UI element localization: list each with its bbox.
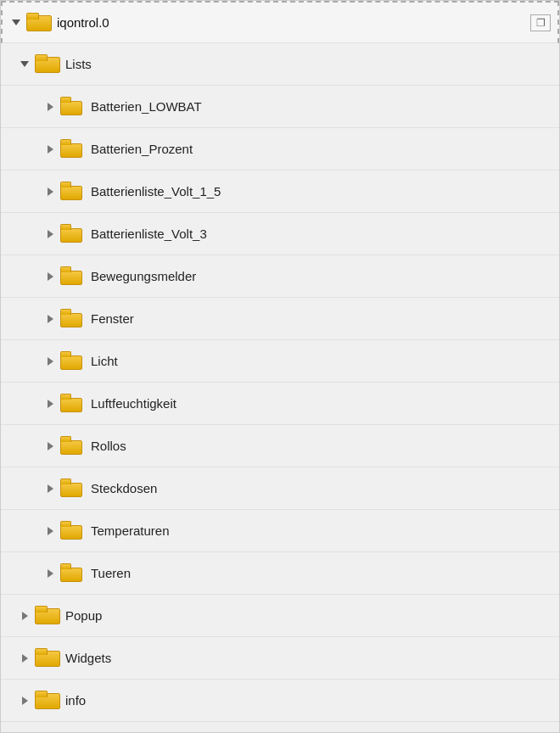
root-folder-icon bbox=[26, 13, 50, 33]
widgets-arrow-icon bbox=[22, 654, 28, 663]
tree-row-luftfeuchtigkeit[interactable]: Luftfeuchtigkeit bbox=[1, 383, 559, 425]
tree-row-licht[interactable]: Licht bbox=[1, 340, 559, 383]
tree-row-temperaturen[interactable]: Temperaturen bbox=[1, 510, 559, 552]
batterien-lowbat-arrow-icon bbox=[48, 103, 53, 111]
batterienliste-volt-3-folder-shape bbox=[60, 224, 84, 243]
rollos-arrow-icon bbox=[48, 442, 53, 450]
luftfeuchtigkeit-folder-shape bbox=[60, 394, 84, 412]
info-expand-btn[interactable] bbox=[18, 694, 31, 708]
popup-expand-btn[interactable] bbox=[18, 609, 31, 623]
luftfeuchtigkeit-arrow-icon bbox=[48, 400, 53, 408]
tueren-label: Tueren bbox=[91, 566, 131, 580]
widgets-label: Widgets bbox=[65, 651, 111, 665]
lists-expand-btn[interactable] bbox=[18, 58, 31, 71]
luftfeuchtigkeit-folder-icon bbox=[60, 394, 84, 414]
steckdosen-folder-icon bbox=[60, 478, 84, 499]
root-folder-shape bbox=[26, 13, 50, 31]
tree-row-bewegungsmelder[interactable]: Bewegungsmelder bbox=[1, 255, 559, 298]
popup-arrow-icon bbox=[22, 612, 28, 620]
batterien-lowbat-folder-icon bbox=[60, 97, 84, 117]
bewegungsmelder-expand-btn[interactable] bbox=[43, 270, 57, 283]
fenster-label: Fenster bbox=[91, 311, 134, 326]
temperaturen-folder-icon bbox=[60, 521, 84, 541]
batterienliste-volt-1-5-folder-shape bbox=[60, 182, 84, 200]
batterienliste-volt-3-label: Batterienliste_Volt_3 bbox=[91, 227, 207, 241]
bewegungsmelder-folder-icon bbox=[60, 266, 84, 287]
tree-row-info[interactable]: info bbox=[1, 680, 559, 722]
steckdosen-arrow-icon bbox=[48, 484, 53, 493]
root-expand-btn[interactable] bbox=[9, 16, 23, 30]
tree-row-lists[interactable]: Lists bbox=[1, 43, 559, 86]
licht-folder-shape bbox=[60, 351, 84, 370]
batterien-prozent-expand-btn[interactable] bbox=[43, 143, 57, 156]
tree-row-rollos[interactable]: Rollos bbox=[1, 425, 559, 467]
tree-row-popup[interactable]: Popup bbox=[1, 595, 559, 637]
tueren-folder-shape bbox=[60, 563, 84, 582]
rollos-folder-shape bbox=[60, 436, 84, 455]
batterien-lowbat-label: Batterien_LOWBAT bbox=[91, 99, 202, 114]
licht-label: Licht bbox=[91, 354, 118, 368]
rollos-expand-btn[interactable] bbox=[43, 439, 57, 453]
root-label: iqontrol.0 bbox=[57, 15, 109, 30]
fenster-folder-shape bbox=[60, 309, 84, 327]
tree-row-batterienliste-volt-3[interactable]: Batterienliste_Volt_3 bbox=[1, 213, 559, 255]
batterien-prozent-arrow-icon bbox=[48, 145, 53, 154]
batterienliste-volt-1-5-folder-icon bbox=[60, 182, 84, 202]
tree-row-batterienliste-volt-1-5[interactable]: Batterienliste_Volt_1_5 bbox=[1, 171, 559, 213]
root-arrow-down-icon bbox=[12, 20, 20, 25]
batterien-prozent-label: Batterien_Prozent bbox=[91, 142, 193, 156]
batterien-lowbat-expand-btn[interactable] bbox=[43, 100, 57, 114]
temperaturen-arrow-icon bbox=[48, 527, 53, 535]
bewegungsmelder-folder-shape bbox=[60, 266, 84, 285]
tree-row-steckdosen[interactable]: Steckdosen bbox=[1, 467, 559, 510]
steckdosen-folder-shape bbox=[60, 478, 84, 497]
tueren-arrow-icon bbox=[48, 569, 53, 578]
lists-arrow-down-icon bbox=[20, 61, 29, 67]
temperaturen-label: Temperaturen bbox=[91, 523, 170, 538]
bewegungsmelder-arrow-icon bbox=[48, 272, 53, 281]
temperaturen-folder-shape bbox=[60, 521, 84, 540]
tree-row-widgets[interactable]: Widgets bbox=[1, 637, 559, 680]
temperaturen-expand-btn[interactable] bbox=[43, 524, 57, 538]
rollos-label: Rollos bbox=[91, 439, 126, 453]
licht-expand-btn[interactable] bbox=[43, 355, 57, 368]
luftfeuchtigkeit-expand-btn[interactable] bbox=[43, 397, 57, 411]
fenster-arrow-icon bbox=[48, 315, 53, 323]
lists-label: Lists bbox=[65, 57, 92, 71]
tueren-folder-icon bbox=[60, 563, 84, 584]
info-label: info bbox=[65, 693, 86, 708]
widgets-folder-icon bbox=[35, 648, 59, 669]
batterienliste-volt-1-5-expand-btn[interactable] bbox=[43, 185, 57, 199]
luftfeuchtigkeit-label: Luftfeuchtigkeit bbox=[91, 396, 176, 411]
window-restore-button[interactable]: ❐ bbox=[530, 14, 551, 31]
rollos-folder-icon bbox=[60, 436, 84, 456]
popup-label: Popup bbox=[65, 608, 102, 623]
widgets-expand-btn[interactable] bbox=[18, 652, 31, 665]
tree-root-row[interactable]: iqontrol.0 ❐ bbox=[1, 1, 559, 43]
info-folder-icon bbox=[35, 691, 59, 711]
lists-folder-icon bbox=[35, 54, 59, 75]
tree-row-batterien-lowbat[interactable]: Batterien_LOWBAT bbox=[1, 86, 559, 128]
info-folder-shape bbox=[35, 691, 59, 709]
batterienliste-volt-3-arrow-icon bbox=[48, 230, 53, 238]
popup-folder-icon bbox=[35, 606, 59, 626]
fenster-expand-btn[interactable] bbox=[43, 312, 57, 326]
popup-folder-shape bbox=[35, 606, 59, 624]
widgets-folder-shape bbox=[35, 648, 59, 667]
batterienliste-volt-3-folder-icon bbox=[60, 224, 84, 244]
licht-folder-icon bbox=[60, 351, 84, 372]
fenster-folder-icon bbox=[60, 309, 84, 329]
batterien-lowbat-folder-shape bbox=[60, 97, 84, 115]
tree-row-batterien-prozent[interactable]: Batterien_Prozent bbox=[1, 128, 559, 171]
tueren-expand-btn[interactable] bbox=[43, 567, 57, 580]
steckdosen-expand-btn[interactable] bbox=[43, 482, 57, 495]
tree-row-tueren[interactable]: Tueren bbox=[1, 552, 559, 595]
steckdosen-label: Steckdosen bbox=[91, 481, 157, 495]
batterienliste-volt-1-5-label: Batterienliste_Volt_1_5 bbox=[91, 184, 221, 199]
batterien-prozent-folder-shape bbox=[60, 139, 84, 158]
batterien-prozent-folder-icon bbox=[60, 139, 84, 159]
tree-row-fenster[interactable]: Fenster bbox=[1, 298, 559, 340]
info-arrow-icon bbox=[22, 697, 28, 705]
lists-folder-shape bbox=[35, 54, 59, 73]
batterienliste-volt-3-expand-btn[interactable] bbox=[43, 227, 57, 241]
